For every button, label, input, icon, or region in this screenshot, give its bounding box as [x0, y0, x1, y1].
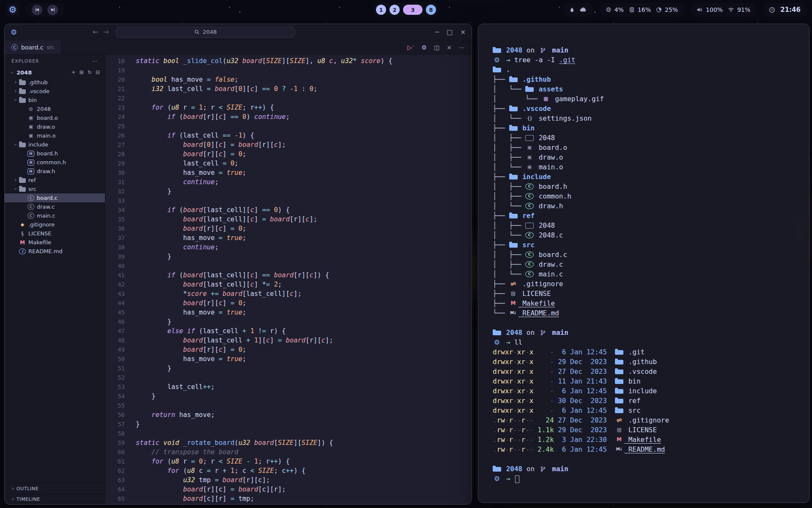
code-text: board[last_cell + 1][c] = board[r][c]; — [136, 336, 333, 345]
workspace-3[interactable]: 3 — [403, 5, 422, 15]
explorer-item-board.o[interactable]: ▣board.o — [5, 113, 105, 122]
explorer-item-main.o[interactable]: ▣main.o — [5, 131, 105, 140]
code-line: 32 } — [105, 187, 472, 196]
explorer-item-.vscode[interactable]: ›.vscode — [5, 87, 105, 96]
nav-forward-icon[interactable]: → — [103, 28, 109, 36]
workspace-8[interactable]: 8 — [426, 5, 436, 15]
line-number: 30 — [105, 168, 125, 177]
maximize-icon[interactable]: □ — [447, 28, 453, 36]
explorer-item-Makefile[interactable]: MMakefile — [5, 238, 105, 247]
nav-back-icon[interactable]: ← — [93, 28, 98, 36]
clock-widget[interactable]: 21:46 — [763, 3, 807, 17]
explorer-actions: + ⊞ ↻ ⊟ — [71, 69, 105, 75]
timeline-section[interactable]: › TIMELINE — [5, 494, 105, 504]
weather-widget[interactable] — [563, 3, 593, 17]
code-text: } — [136, 187, 171, 196]
explorer-item-common.h[interactable]: Hcommon.h — [5, 158, 105, 167]
terminal-window: 2048 on main⚙ → tree -a -I .git .├── .gi… — [478, 24, 809, 503]
code-editor[interactable]: 18static bool _slide_col(u32 board[SIZE]… — [105, 55, 472, 504]
explorer-item-2048[interactable]: ⚙2048 — [5, 105, 105, 113]
command-center-search[interactable]: 2048 — [116, 27, 295, 38]
chevron-down-icon: › — [13, 186, 19, 193]
collapse-all-icon[interactable]: ⊟ — [96, 69, 100, 75]
explorer-item-ref[interactable]: ›ref — [5, 176, 105, 185]
audio-network-widget[interactable]: 100% 91% — [690, 3, 757, 17]
code-text: u32 tmp = board[r][c]; — [136, 475, 270, 485]
c-circle-icon: C — [525, 203, 534, 209]
code-text: has_move = true; — [136, 354, 246, 364]
chevron-right-icon: › — [12, 79, 19, 85]
file-icon — [525, 135, 534, 141]
code-line: 21 i32 last_cell = board[0][c] == 0 ? -1… — [105, 84, 472, 94]
code-line: 36 board[r][c] = 0; — [105, 224, 472, 233]
run-icon[interactable]: ▷˅ — [407, 44, 414, 51]
line-number: 52 — [105, 373, 125, 382]
line-number: 28 — [105, 149, 125, 159]
minimize-icon[interactable]: ─ — [435, 28, 439, 36]
media-next-button[interactable] — [47, 5, 58, 15]
code-text: if (last_cell == -1) { — [136, 131, 254, 140]
line-number: 25 — [105, 121, 125, 131]
tab-board-c[interactable]: C board.c src — [5, 40, 61, 54]
explorer-item-.gitignore[interactable]: ◆.gitignore — [5, 220, 105, 229]
code-text: static bool _slide_col(u32 board[SIZE][S… — [136, 56, 392, 66]
new-folder-icon[interactable]: ⊞ — [80, 69, 84, 75]
explorer-item-.github[interactable]: ›.github — [5, 78, 105, 87]
explorer-item-include[interactable]: ›include — [5, 140, 105, 149]
workspace-2[interactable]: 2 — [390, 5, 400, 15]
terminal[interactable]: 2048 on main⚙ → tree -a -I .git .├── .gi… — [478, 24, 809, 502]
code-text: has_move = true; — [136, 168, 246, 177]
line-number: 53 — [105, 382, 125, 392]
code-text: // transpose the board — [136, 447, 239, 457]
os-logo-icon[interactable]: ⚙ — [5, 2, 20, 17]
code-line: 39 } — [105, 252, 472, 261]
terminal-block: 2048 on main⚙ → — [493, 464, 795, 483]
code-line: 55 — [105, 401, 472, 410]
close-icon[interactable]: × — [460, 28, 466, 36]
code-text: for (u8 r = 1; r < SIZE; r++) { — [136, 103, 274, 112]
media-prev-button[interactable] — [32, 5, 42, 15]
split-editor-icon[interactable]: ◫ — [434, 44, 439, 51]
code-text: *score += board[last_cell][c]; — [136, 289, 302, 298]
close-editor-icon[interactable]: × — [447, 44, 452, 51]
terminal-ll-row: drwxr-xr-x - 27 Dec 2023 .vscode — [493, 367, 795, 376]
terminal-cursor — [515, 475, 519, 483]
explorer-item-board.h[interactable]: Hboard.h — [5, 149, 105, 158]
topbar-left: ⚙ — [5, 2, 64, 17]
explorer-item-src[interactable]: ›src — [5, 185, 105, 193]
code-text: last_cell++; — [136, 382, 215, 392]
new-file-icon[interactable]: + — [71, 69, 76, 75]
workspace-1[interactable]: 1 — [376, 5, 386, 15]
line-number: 21 — [105, 84, 125, 94]
explorer-item-main.c[interactable]: Cmain.c — [5, 211, 105, 220]
line-number: 43 — [105, 289, 125, 298]
line-number: 41 — [105, 271, 125, 280]
code-text: if (board[last_cell][c] == 0) { — [136, 205, 290, 215]
more-actions-icon[interactable]: ⋯ — [459, 44, 465, 51]
explorer-item-draw.h[interactable]: Hdraw.h — [5, 167, 105, 176]
project-name: 2048 — [16, 69, 32, 76]
explorer-item-bin[interactable]: ›bin — [5, 96, 105, 105]
folder-icon — [615, 409, 623, 413]
line-number: 65 — [105, 494, 125, 503]
explorer-item-README.md[interactable]: iREADME.md — [5, 247, 105, 256]
terminal-tree-row: ├── bin — [493, 123, 795, 133]
explorer-item-draw.o[interactable]: ▣draw.o — [5, 122, 105, 131]
outline-section[interactable]: › OUTLINE — [5, 483, 105, 494]
o-badge-icon: ▣ — [27, 115, 34, 121]
explorer-item-draw.c[interactable]: Cdraw.c — [5, 202, 105, 211]
explorer-item-LICENSE[interactable]: §LICENSE — [5, 229, 105, 238]
tab-path-hint: src — [47, 44, 55, 50]
prompt-gear-icon: ⚙ — [493, 337, 501, 347]
file-label: draw.h — [37, 168, 55, 174]
explorer-item-board.c[interactable]: Cboard.c — [5, 193, 105, 202]
project-root-row[interactable]: › 2048 + ⊞ ↻ ⊟ — [5, 67, 105, 77]
explorer-more-icon[interactable]: ⋯ — [92, 58, 98, 64]
chevron-down-icon: › — [13, 141, 19, 148]
settings-gear-icon[interactable]: ⚙ — [421, 44, 427, 51]
code-line: 48 board[last_cell + 1][c] = board[r][c]… — [105, 336, 472, 345]
refresh-icon[interactable]: ↻ — [88, 69, 92, 75]
file-label: .gitignore — [28, 221, 55, 228]
skip-next-icon — [50, 7, 55, 12]
terminal-tree-row: ├── src — [493, 240, 795, 250]
